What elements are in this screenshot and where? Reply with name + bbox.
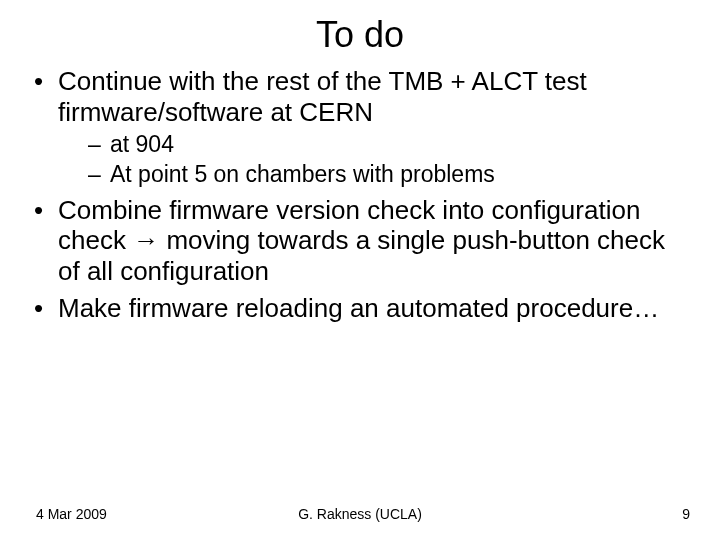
slide: To do Continue with the rest of the TMB …: [0, 0, 720, 540]
bullet-list: Continue with the rest of the TMB + ALCT…: [30, 66, 690, 323]
bullet-item-1: Continue with the rest of the TMB + ALCT…: [30, 66, 690, 189]
sub-bullet-text: at 904: [110, 131, 174, 157]
slide-body: Continue with the rest of the TMB + ALCT…: [0, 66, 720, 323]
slide-title: To do: [0, 0, 720, 66]
footer-author: G. Rakness (UCLA): [0, 506, 720, 522]
bullet-text: Continue with the rest of the TMB + ALCT…: [58, 66, 587, 127]
sub-bullet-item-1: at 904: [58, 131, 690, 159]
bullet-item-2: Combine firmware version check into conf…: [30, 195, 690, 287]
sub-bullet-item-2: At point 5 on chambers with problems: [58, 161, 690, 189]
sub-bullet-text: At point 5 on chambers with problems: [110, 161, 495, 187]
footer-page-number: 9: [682, 506, 690, 522]
sub-bullet-list: at 904 At point 5 on chambers with probl…: [58, 131, 690, 188]
bullet-text: Make firmware reloading an automated pro…: [58, 293, 659, 323]
arrow-icon: →: [133, 225, 159, 255]
bullet-item-3: Make firmware reloading an automated pro…: [30, 293, 690, 324]
